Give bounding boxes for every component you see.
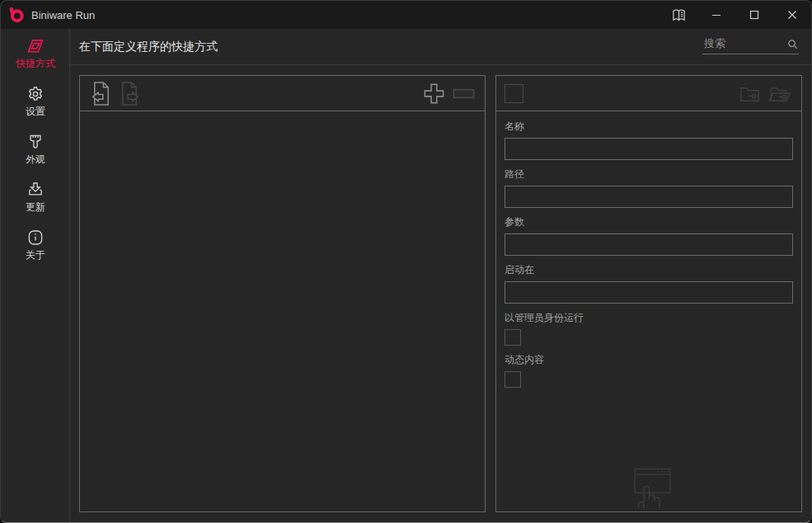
sidebar-item-appearance[interactable]: 外观 xyxy=(1,133,70,167)
open-book-icon xyxy=(671,7,687,23)
run-as-admin-checkbox[interactable] xyxy=(505,329,521,346)
startin-field[interactable] xyxy=(505,281,793,304)
donate-book-button[interactable] xyxy=(659,1,697,29)
export-button[interactable] xyxy=(119,81,141,106)
about-info-icon xyxy=(25,229,46,247)
name-field[interactable] xyxy=(505,138,793,160)
drag-drop-window-hand-icon xyxy=(625,468,673,509)
shortcut-list-toolbar xyxy=(80,76,485,111)
dynamic-content-checkbox[interactable] xyxy=(505,371,521,388)
sidebar-item-settings[interactable]: 设置 xyxy=(1,85,70,119)
dynamic-content-label: 动态内容 xyxy=(505,353,793,367)
biniware-logo-icon xyxy=(8,7,25,23)
params-label: 参数 xyxy=(505,215,793,229)
run-as-admin-label: 以管理员身份运行 xyxy=(505,311,793,325)
sidebar-item-update[interactable]: 更新 xyxy=(1,181,70,214)
search-icon xyxy=(787,39,798,49)
browse-folder-open-icon xyxy=(767,83,791,104)
sidebar-item-label: 设置 xyxy=(26,105,45,119)
sidebar-item-shortcuts[interactable]: 快捷方式 xyxy=(1,37,70,71)
app-title: Biniware Run xyxy=(31,9,95,21)
header: 在下面定义程序的快捷方式 xyxy=(70,29,811,64)
browse-file-folder-icon xyxy=(739,83,761,104)
search-input[interactable] xyxy=(702,36,799,54)
shortcut-icon-box xyxy=(505,84,523,103)
appearance-brush-icon xyxy=(25,133,46,151)
name-label: 名称 xyxy=(505,120,793,134)
remove-icon xyxy=(453,82,475,106)
minimize-icon xyxy=(711,10,721,20)
sidebar-divider xyxy=(69,29,70,522)
add-icon xyxy=(422,82,446,106)
sidebar-item-label: 外观 xyxy=(26,153,45,167)
add-shortcut-button[interactable] xyxy=(422,82,446,106)
sidebar-item-label: 快捷方式 xyxy=(16,57,55,71)
path-label: 路径 xyxy=(505,167,793,181)
sidebar: 快捷方式 设置 外观 更新 xyxy=(1,29,70,522)
browse-file-button[interactable] xyxy=(739,83,761,104)
app-window: Biniware Run xyxy=(0,0,812,523)
import-button[interactable] xyxy=(90,81,112,106)
remove-shortcut-button[interactable] xyxy=(453,82,475,106)
sidebar-item-about[interactable]: 关于 xyxy=(1,229,70,262)
details-toolbar xyxy=(496,76,801,111)
titlebar: Biniware Run xyxy=(1,1,811,29)
maximize-button[interactable] xyxy=(735,1,773,29)
export-file-icon xyxy=(119,81,141,106)
sidebar-item-label: 更新 xyxy=(26,200,45,214)
shortcuts-icon xyxy=(25,37,46,55)
sidebar-item-label: 关于 xyxy=(26,248,45,262)
close-icon xyxy=(787,10,797,20)
close-button[interactable] xyxy=(773,1,811,29)
browse-folder-button[interactable] xyxy=(767,83,791,104)
startin-label: 启动在 xyxy=(505,263,793,277)
page-title: 在下面定义程序的快捷方式 xyxy=(79,40,218,54)
maximize-icon xyxy=(749,10,759,20)
path-field[interactable] xyxy=(505,186,793,208)
header-divider xyxy=(70,64,811,65)
import-file-icon xyxy=(90,81,112,106)
details-form: 名称 路径 参数 启动在 以管理员身份运行 动态内容 xyxy=(496,111,801,388)
minimize-button[interactable] xyxy=(697,1,735,29)
update-download-icon xyxy=(25,181,46,199)
params-field[interactable] xyxy=(505,233,793,256)
shortcut-details-panel: 名称 路径 参数 启动在 以管理员身份运行 动态内容 xyxy=(495,75,802,512)
settings-gear-icon xyxy=(25,85,46,103)
search-box xyxy=(702,35,799,54)
shortcut-list-panel xyxy=(79,75,486,512)
